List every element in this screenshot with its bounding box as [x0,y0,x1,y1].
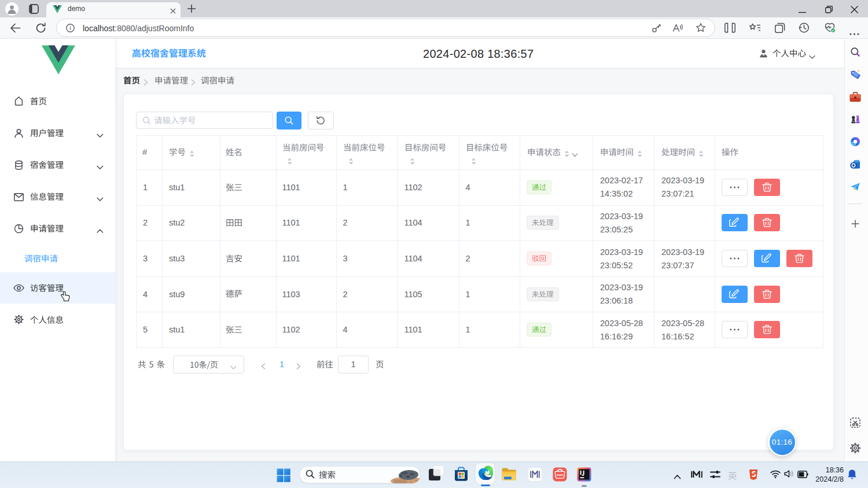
svg-text:HUAWEI: HUAWEI [557,474,563,476]
